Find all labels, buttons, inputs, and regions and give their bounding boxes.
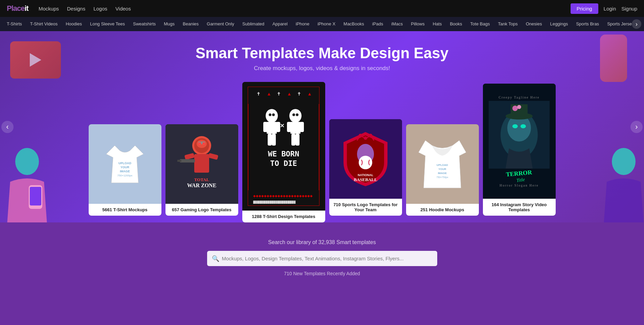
skeleton-card[interactable]: ✝ ▲ ✝ ▲ ✝ ▲ [242, 82, 325, 222]
cat-tank-tops[interactable]: Tank Tops [494, 17, 521, 31]
tshirt-card-label: 5661 T-Shirt Mockups [89, 204, 161, 216]
search-icon: 🔍 [212, 255, 219, 262]
sports-logo-icon: NATIONAL BASEBALL [338, 129, 393, 190]
svg-text:▲: ▲ [267, 91, 271, 96]
svg-text:UPLOAD: UPLOAD [118, 161, 132, 165]
video-decoration [10, 41, 61, 79]
svg-point-64 [520, 124, 526, 128]
cat-hoodies[interactable]: Hoodies [62, 17, 86, 31]
bottom-section [0, 283, 644, 325]
svg-text:✝: ✝ [277, 91, 281, 96]
svg-text:UPLOAD: UPLOAD [437, 164, 448, 167]
cat-sweatshirts[interactable]: Sweatshirts [129, 17, 160, 31]
svg-text:▲: ▲ [287, 91, 292, 96]
svg-text:▲: ▲ [307, 91, 312, 96]
cat-iphonex[interactable]: iPhone X [313, 17, 339, 31]
cat-onesies[interactable]: Onesies [522, 17, 546, 31]
cat-apparel[interactable]: Apparel [268, 17, 292, 31]
svg-point-34 [289, 109, 302, 123]
cat-sports-jerseys[interactable]: Sports Jerseys [603, 17, 632, 31]
cat-leggings[interactable]: Leggings [546, 17, 572, 31]
nav-designs[interactable]: Designs [67, 6, 85, 12]
search-input[interactable] [207, 251, 437, 266]
svg-rect-38 [290, 122, 301, 134]
cat-pillows[interactable]: Pillows [407, 17, 428, 31]
cat-hats[interactable]: Hats [429, 17, 446, 31]
carousel-prev-button[interactable]: ‹ [1, 121, 14, 133]
svg-text:IMAGE: IMAGE [438, 172, 447, 175]
cat-longsleeve[interactable]: Long Sleeve Tees [86, 17, 129, 31]
svg-point-68 [517, 105, 521, 109]
svg-rect-37 [292, 117, 299, 119]
svg-rect-10 [194, 154, 209, 173]
new-templates-label: 710 New Templates Recently Added [7, 271, 637, 276]
hero-title: Smart Templates Make Design Easy [7, 45, 637, 62]
svg-rect-40 [300, 122, 304, 132]
svg-text:TO DIE: TO DIE [270, 159, 297, 168]
gaming-logo-icon: TOTAL WAR ZONE [175, 132, 229, 196]
cat-tshirt-videos[interactable]: T-Shirt Videos [26, 17, 62, 31]
cat-ipads[interactable]: iPads [368, 17, 387, 31]
category-next-arrow[interactable]: › [632, 19, 641, 29]
nav-mockups[interactable]: Mockups [39, 6, 59, 12]
nav-videos[interactable]: Videos [115, 6, 131, 12]
horror-card[interactable]: Creepy Tagline Here [483, 84, 556, 216]
category-list: T-Shirts T-Shirt Videos Hoodies Long Sle… [3, 17, 632, 31]
svg-point-63 [512, 124, 518, 128]
svg-rect-33 [272, 134, 276, 146]
svg-point-53 [359, 156, 372, 169]
svg-text:▓▓▓▓▓▓▓▓▓▓▓▓▓▓▓▓▓▓▓▓▓▓▓▓▓▓: ▓▓▓▓▓▓▓▓▓▓▓▓▓▓▓▓▓▓▓▓▓▓▓▓▓▓ [253, 200, 295, 204]
hoodie-card-label: 251 Hoodie Mockups [406, 204, 479, 216]
category-bar: T-Shirts T-Shirt Videos Hoodies Long Sle… [0, 17, 644, 31]
cat-books[interactable]: Books [446, 17, 466, 31]
cat-sublimated[interactable]: Sublimated [238, 17, 268, 31]
svg-text:◆◆◆◆◆◆◆◆◆◆◆◆◆◆◆◆◆◆◆◆◆◆: ◆◆◆◆◆◆◆◆◆◆◆◆◆◆◆◆◆◆◆◆◆◆ [253, 194, 313, 198]
svg-rect-39 [287, 122, 291, 132]
cat-beanies[interactable]: Beanies [179, 17, 203, 31]
skeleton-card-label: 1288 T-Shirt Design Templates [242, 211, 325, 222]
cat-imacs[interactable]: iMacs [387, 17, 407, 31]
search-section: Search our library of 32,938 Smart templ… [0, 222, 644, 283]
signup-link[interactable]: Signup [621, 6, 637, 12]
svg-point-8 [198, 142, 201, 145]
hoodie-card[interactable]: UPLOAD YOUR IMAGE 750×750px 251 Hoodie M… [406, 124, 479, 216]
hoodie-icon: UPLOAD YOUR IMAGE 750×750px [415, 134, 469, 195]
carousel-next-button[interactable]: › [630, 121, 643, 133]
svg-rect-28 [268, 117, 275, 119]
svg-rect-41 [291, 134, 295, 146]
hero-subtitle: Create mockups, logos, videos & designs … [7, 65, 637, 72]
cat-tshirts[interactable]: T-Shirts [3, 17, 26, 31]
svg-text:✕: ✕ [280, 123, 284, 129]
svg-rect-32 [268, 134, 272, 146]
svg-rect-29 [267, 122, 277, 134]
svg-text:BASEBALL: BASEBALL [354, 177, 377, 182]
login-link[interactable]: Login [604, 6, 616, 12]
search-library-label: Search our library of 32,938 Smart templ… [7, 239, 637, 245]
top-nav-links: Mockups Designs Logos Videos [39, 6, 131, 12]
cat-mugs[interactable]: Mugs [160, 17, 179, 31]
pricing-button[interactable]: Pricing [571, 3, 598, 14]
svg-point-36 [296, 113, 298, 116]
svg-rect-12 [208, 153, 219, 160]
svg-text:WE BORN: WE BORN [268, 150, 299, 158]
svg-text:NATIONAL: NATIONAL [358, 173, 373, 177]
logo[interactable]: Placeit [7, 4, 28, 13]
gaming-card[interactable]: TOTAL WAR ZONE 657 Gaming Logo Templates [165, 124, 238, 216]
skeleton-design-icon: ✝ ▲ ✝ ▲ ✝ ▲ [246, 85, 321, 207]
svg-rect-11 [184, 153, 195, 160]
svg-rect-17 [248, 87, 319, 205]
cat-sports-bras[interactable]: Sports Bras [572, 17, 603, 31]
cat-tote-bags[interactable]: Tote Bags [466, 17, 494, 31]
svg-text:YOUR: YOUR [120, 166, 130, 169]
svg-text:Title: Title [516, 177, 525, 182]
horror-image-icon: TERROR Title [489, 101, 550, 182]
svg-text:TOTAL: TOTAL [194, 177, 209, 182]
sports-card[interactable]: NATIONAL BASEBALL 710 Sports Logo Templa… [329, 119, 402, 216]
cat-iphone[interactable]: iPhone [292, 17, 313, 31]
nav-logos[interactable]: Logos [93, 6, 107, 12]
cat-macbooks[interactable]: MacBooks [339, 17, 368, 31]
cat-garment-only[interactable]: Garment Only [203, 17, 238, 31]
tshirt-card[interactable]: UPLOAD YOUR IMAGE 750×1200px 5661 T-Shir… [89, 124, 161, 216]
svg-text:IMAGE: IMAGE [120, 170, 130, 173]
svg-rect-42 [295, 134, 299, 146]
